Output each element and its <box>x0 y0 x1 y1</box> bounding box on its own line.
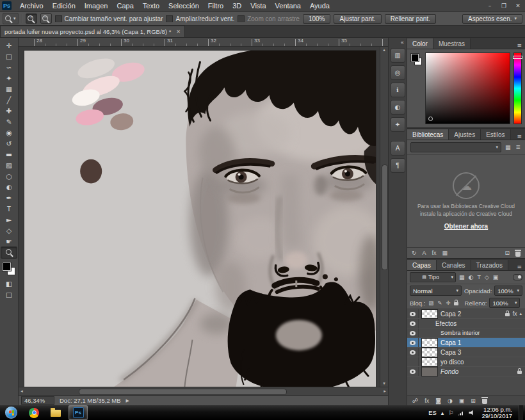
path-selection-tool[interactable]: ► <box>1 214 17 225</box>
dodge-tool[interactable]: ◐ <box>1 181 17 192</box>
actual-pixels-button[interactable]: 100% <box>303 14 331 24</box>
scroll-down-icon[interactable]: ▾ <box>381 380 387 387</box>
scroll-right-icon[interactable]: ▸ <box>382 388 388 394</box>
status-flyout-icon[interactable]: ▶ <box>126 398 129 403</box>
eraser-tool[interactable]: ▬ <box>1 149 17 159</box>
layer-group-icon[interactable]: ▣ <box>459 398 465 404</box>
start-button[interactable] <box>5 407 17 419</box>
sync-icon[interactable]: ↻ <box>412 250 417 256</box>
brush-tool[interactable]: ✎ <box>1 116 17 127</box>
menu-ayuda[interactable]: Ayuda <box>305 2 334 10</box>
saturation-brightness-field[interactable] <box>425 52 510 124</box>
library-select-dropdown[interactable]: ▾ <box>410 142 501 152</box>
chevron-up-icon[interactable]: ▴ <box>519 311 522 316</box>
menu-imagen[interactable]: Imagen <box>80 2 113 10</box>
menu-vista[interactable]: Vista <box>246 2 270 10</box>
horizontal-scroll-track[interactable] <box>25 389 382 394</box>
layer-thumbnail[interactable] <box>421 367 438 376</box>
zoom-level-field[interactable]: 46,34% <box>21 396 54 405</box>
graphic-icon[interactable]: ▦ <box>442 250 448 256</box>
panel-menu-icon[interactable]: ≡ <box>513 42 525 49</box>
tool-preset-picker[interactable]: ▾ <box>3 13 19 24</box>
layer-style-icon[interactable]: fx <box>424 398 429 404</box>
filter-pixel-layers-icon[interactable]: ▦ <box>458 274 465 280</box>
foreground-color-swatch[interactable] <box>3 262 11 271</box>
visibility-toggle[interactable] <box>407 357 419 366</box>
layer-thumbnail[interactable] <box>421 357 438 367</box>
styles-panel-icon[interactable]: ✦ <box>391 117 405 132</box>
eyedropper-tool[interactable]: ╱ <box>1 94 17 105</box>
scroll-left-icon[interactable]: ◂ <box>19 388 25 394</box>
quick-mask-button[interactable]: ◧ <box>1 278 17 289</box>
horizontal-scrollbar[interactable]: ◂ ▸ <box>19 387 388 395</box>
layer-thumbnail[interactable] <box>421 348 438 357</box>
menu-ventana[interactable]: Ventana <box>271 2 305 10</box>
list-view-icon[interactable]: ≣ <box>514 144 522 150</box>
clone-stamp-tool[interactable]: ◉ <box>1 127 17 138</box>
healing-brush-tool[interactable]: ✚ <box>1 105 17 116</box>
new-library-icon[interactable]: ⊡ <box>505 250 510 256</box>
layer-filtering-toggle[interactable] <box>513 274 522 280</box>
layer-row-yo-disco[interactable]: yo disco <box>407 357 525 367</box>
layer-thumbnail[interactable] <box>421 338 438 348</box>
grid-view-icon[interactable]: ▦ <box>504 144 512 150</box>
scroll-up-icon[interactable]: ▴ <box>381 47 387 53</box>
visibility-toggle[interactable] <box>407 319 419 328</box>
visibility-toggle[interactable] <box>407 338 419 347</box>
tab-muestras[interactable]: Muestras <box>433 38 471 49</box>
panel-menu-icon[interactable]: ≡ <box>513 133 525 140</box>
layer-row-capa-2[interactable]: Capa 2 fx ▴ <box>407 309 525 319</box>
color-swatch-widget[interactable] <box>410 52 422 124</box>
tab-color[interactable]: Color <box>407 38 433 49</box>
layer-mask-icon[interactable]: ◙ <box>435 398 441 404</box>
show-desktop-button[interactable] <box>519 405 523 420</box>
layer-thumbnail[interactable] <box>421 309 438 319</box>
zoom-tool[interactable] <box>1 246 17 259</box>
taskbar-clock[interactable]: 12:06 p.m. 29/10/2017 <box>480 407 514 419</box>
visibility-toggle[interactable] <box>407 309 419 318</box>
opacity-dropdown[interactable]: 100% ▾ <box>494 286 522 296</box>
effect-icon[interactable]: fx <box>432 250 437 256</box>
vertical-scrollbar[interactable]: ▴ ▾ <box>380 47 388 387</box>
visibility-toggle[interactable] <box>407 328 419 337</box>
document-tab[interactable]: portada luifer nueva proyecto.psd al 46,… <box>0 26 185 37</box>
fit-screen-button[interactable]: Ajustar pant. <box>334 14 381 24</box>
hue-slider[interactable] <box>513 52 522 124</box>
filter-shape-layers-icon[interactable]: ◇ <box>484 274 490 280</box>
menu-texto[interactable]: Texto <box>138 2 164 10</box>
filter-smart-objects-icon[interactable]: ▣ <box>492 274 499 280</box>
type-tool[interactable]: T <box>1 203 17 214</box>
move-tool[interactable]: ✛ <box>1 40 17 51</box>
blend-mode-dropdown[interactable]: Normal ▾ <box>410 286 462 296</box>
navigator-panel-icon[interactable]: ◎ <box>391 65 405 80</box>
restore-button[interactable]: ❐ <box>497 3 511 9</box>
vertical-scroll-thumb[interactable] <box>382 165 388 271</box>
document-canvas[interactable] <box>24 50 376 387</box>
filter-type-layers-icon[interactable]: T <box>476 274 481 280</box>
visibility-toggle[interactable] <box>407 348 419 357</box>
adjustments-panel-icon[interactable]: ◐ <box>391 100 405 115</box>
visibility-toggle[interactable] <box>407 367 419 376</box>
fx-badge[interactable]: fx <box>512 311 517 317</box>
layer-filter-dropdown[interactable]: ▤ Tipo ▾ <box>410 272 456 282</box>
layer-row-sombra-interior[interactable]: Sombra interior <box>407 328 525 338</box>
color-swatch-widget[interactable] <box>3 262 15 275</box>
menu-seleccion[interactable]: Selección <box>164 2 204 10</box>
lock-transparency-icon[interactable]: ▨ <box>428 300 434 306</box>
adjustment-layer-icon[interactable]: ◑ <box>448 398 453 404</box>
layer-row-capa-1[interactable]: Capa 1 <box>407 338 525 348</box>
info-panel-icon[interactable]: ℹ <box>391 83 405 97</box>
menu-edicion[interactable]: Edición <box>48 2 80 10</box>
link-layers-icon[interactable]: ☍ <box>412 398 418 404</box>
menu-archivo[interactable]: Archivo <box>15 2 48 10</box>
gradient-tool[interactable]: ▨ <box>1 159 17 170</box>
menu-capa[interactable]: Capa <box>112 2 138 10</box>
tab-bibliotecas[interactable]: Bibliotecas <box>407 129 449 140</box>
layer-row-capa-3[interactable]: Capa 3 <box>407 348 525 357</box>
vertical-scroll-track[interactable] <box>382 53 387 380</box>
menu-filtro[interactable]: Filtro <box>204 2 228 10</box>
lock-all-icon[interactable] <box>454 302 458 305</box>
menu-3d[interactable]: 3D <box>228 2 246 10</box>
tab-trazados[interactable]: Trazados <box>471 260 508 270</box>
pen-tool[interactable]: ✒ <box>1 192 17 203</box>
